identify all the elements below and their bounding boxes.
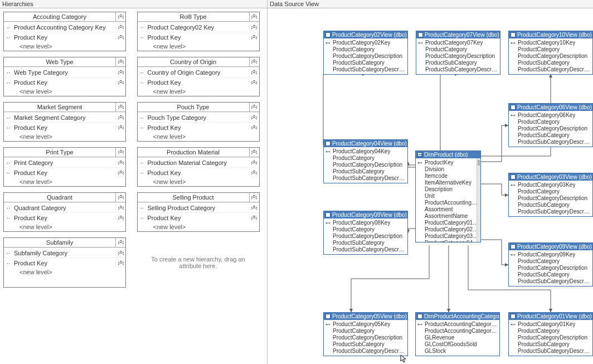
chevron-down-icon[interactable]	[115, 57, 125, 66]
dsv-canvas[interactable]: ProductCategory02View (dbo)⊷ProductCateg…	[268, 0, 593, 364]
new-level-placeholder[interactable]: <new level>	[4, 177, 125, 186]
entity-column[interactable]: ProductCategory	[325, 328, 406, 334]
entity-column[interactable]: Unit	[417, 193, 479, 200]
entity-header[interactable]: ProductCategory07View (dbo)	[416, 31, 500, 38]
hierarchy-level-row[interactable]: ··Country of Origin Category	[138, 67, 259, 77]
entity-view[interactable]: ProductCategory04View (dbo)⊷ProductCateg…	[323, 139, 408, 183]
hierarchy-level-row[interactable]: ··Pouch Type Category	[138, 112, 259, 122]
entity-column[interactable]: ProductAccountingCategor...	[417, 200, 479, 206]
entity-column[interactable]: ProductCategoryDescription	[325, 162, 406, 168]
entity-column[interactable]: Assortment	[417, 206, 479, 213]
chevron-down-icon[interactable]	[249, 171, 259, 175]
entity-column[interactable]: ProductSubCategoryDescription	[325, 246, 406, 253]
entity-column[interactable]: ⊷ProductCategory10Key	[511, 40, 591, 46]
hierarchy-level-row[interactable]: ··Product Key	[138, 212, 259, 222]
entity-column[interactable]: ProductCategory	[325, 226, 406, 233]
entity-column[interactable]: ProductCategoryDescription	[511, 125, 591, 132]
hierarchy-level-row[interactable]: ··Product Key	[138, 32, 259, 42]
entity-view[interactable]: ProductCategory06View (dbo)⊷ProductCateg…	[508, 103, 593, 147]
entity-view[interactable]: ProductCategory08View (dbo)⊷ProductCateg…	[323, 211, 408, 255]
chevron-down-icon[interactable]	[115, 12, 125, 21]
entity-header[interactable]: ProductCategory10View (dbo)	[509, 31, 592, 38]
entity-header[interactable]: ProductCategory01View (dbo)	[509, 313, 592, 320]
entity-column[interactable]: ProductSubCategory	[511, 202, 591, 208]
entity-column[interactable]: Division	[417, 166, 479, 173]
chevron-down-icon[interactable]	[115, 193, 125, 202]
entity-table[interactable]: DimProduct (dbo)⊷ProductKeyDivisionItemc…	[415, 151, 481, 242]
entity-column[interactable]: ⊷ProductKey	[417, 159, 479, 166]
hierarchy-level-row[interactable]: ··Web Type Category	[4, 67, 125, 77]
hierarchy-card[interactable]: Web Type··Web Type Category··Product Key…	[3, 57, 126, 96]
entity-column[interactable]: ⊷ProductCategory06Key	[511, 112, 591, 119]
hierarchy-level-row[interactable]: ··Product Key	[4, 122, 125, 132]
chevron-down-icon[interactable]	[115, 35, 125, 40]
hierarchy-card[interactable]: Quadrant··Quadrant Category··Product Key…	[3, 192, 126, 232]
hierarchy-level-row[interactable]: ··Product Key	[138, 167, 259, 177]
entity-column[interactable]: ProductSubCategory	[511, 341, 591, 348]
chevron-down-icon[interactable]	[115, 125, 125, 130]
chevron-down-icon[interactable]	[115, 251, 125, 255]
hierarchy-card[interactable]: Market Segment··Market Segment Category·…	[3, 102, 126, 142]
entity-column[interactable]: ProductCategory	[511, 46, 591, 53]
entity-column[interactable]: ProductSubCategory	[325, 168, 406, 175]
entity-column[interactable]: AssortmentName	[417, 213, 479, 220]
entity-header[interactable]: ProductCategory09View (dbo)	[509, 243, 592, 250]
entity-column[interactable]: ProductCategoryDescription	[418, 53, 498, 60]
entity-column[interactable]: ⊷ProductCategory02Key	[325, 40, 406, 46]
entity-column[interactable]: ProductSubCategoryDescription	[325, 348, 406, 355]
new-level-placeholder[interactable]: <new level>	[138, 42, 259, 51]
entity-column[interactable]: ProductSubCategory	[511, 271, 591, 278]
hierarchy-level-row[interactable]: ··Product Key	[4, 32, 125, 42]
chevron-down-icon[interactable]	[115, 115, 125, 120]
entity-column[interactable]: Itemcode	[417, 173, 479, 179]
entity-column[interactable]: ProductCategoryDescription	[511, 195, 591, 202]
entity-column[interactable]: ⊷ProductCategory05Key	[325, 321, 406, 328]
entity-column[interactable]: ProductCategory03Key	[417, 233, 479, 240]
entity-column[interactable]: ProductSubCategoryDescription	[511, 139, 591, 145]
chevron-down-icon[interactable]	[115, 161, 125, 165]
entity-view[interactable]: ProductCategory05View (dbo)⊷ProductCateg…	[323, 312, 408, 356]
entity-column[interactable]: ProductSubCategoryDescription	[511, 208, 591, 215]
entity-column[interactable]: ProductCategory01Key	[417, 220, 479, 226]
entity-view[interactable]: DimProductAccountingCategory...⊷ProductA…	[415, 312, 500, 356]
hierarchy-card[interactable]: Print Type··Print Category··Product Key<…	[3, 147, 126, 187]
hierarchy-card[interactable]: Country of Origin··Country of Origin Cat…	[137, 57, 260, 96]
entity-view[interactable]: ProductCategory10View (dbo)⊷ProductCateg…	[508, 31, 593, 75]
hierarchy-level-row[interactable]: ··Product Key	[138, 122, 259, 132]
entity-column[interactable]: GLStock	[417, 348, 498, 355]
hierarchy-level-row[interactable]: ··Product Key	[4, 258, 125, 268]
entity-column[interactable]: ProductSubCategoryDescription	[511, 66, 591, 73]
chevron-down-icon[interactable]	[249, 35, 259, 40]
new-level-placeholder[interactable]: <new level>	[4, 222, 125, 231]
entity-column[interactable]: ProductSubCategory	[325, 240, 406, 246]
entity-column[interactable]: ProductCategory	[511, 119, 591, 125]
chevron-down-icon[interactable]	[115, 25, 125, 30]
entity-view[interactable]: ProductCategory07View (dbo)⊷ProductCateg…	[416, 31, 500, 75]
hierarchy-card[interactable]: Production Material··Production Material…	[137, 147, 260, 187]
chevron-down-icon[interactable]	[115, 216, 125, 220]
entity-column[interactable]: GLRevenue	[417, 334, 498, 341]
hierarchy-level-row[interactable]: ··Production Material Category	[138, 157, 259, 167]
entity-column[interactable]: ProductCategory	[325, 155, 406, 162]
new-level-placeholder[interactable]: <new level>	[138, 87, 259, 96]
hierarchy-level-row[interactable]: ··Market Segment Category	[4, 112, 125, 122]
chevron-down-icon[interactable]	[115, 70, 125, 75]
entity-header[interactable]: DimProductAccountingCategory...	[416, 313, 499, 320]
entity-column[interactable]: ProductCategory	[511, 258, 591, 265]
entity-column[interactable]: ProductCategory	[511, 188, 591, 195]
hierarchy-level-row[interactable]: ··Product Key	[138, 77, 259, 87]
entity-column[interactable]: ProductCategoryDescription	[325, 233, 406, 240]
entity-header[interactable]: ProductCategory05View (dbo)	[324, 313, 407, 320]
entity-column[interactable]: ProductCategory	[511, 328, 591, 334]
entity-column[interactable]: ⊷ProductCategory03Key	[511, 182, 591, 188]
hierarchy-level-row[interactable]: ··Product Key	[4, 167, 125, 177]
hierarchy-card[interactable]: Pouch Type··Pouch Type Category··Product…	[137, 102, 260, 142]
new-level-placeholder[interactable]: <new level>	[4, 268, 125, 276]
entity-column[interactable]: ⊷ProductCategory01Key	[511, 321, 591, 328]
hierarchy-level-row[interactable]: ··Subfamily Category	[4, 247, 125, 258]
entity-column[interactable]: ProductSubCategory	[511, 60, 591, 66]
new-level-placeholder[interactable]: <new level>	[138, 177, 259, 186]
chevron-down-icon[interactable]	[115, 103, 125, 111]
entity-column[interactable]: ⊷ProductCategory07Key	[418, 40, 498, 46]
hierarchy-card[interactable]: Accouting Category··Product Accounting C…	[3, 12, 126, 51]
